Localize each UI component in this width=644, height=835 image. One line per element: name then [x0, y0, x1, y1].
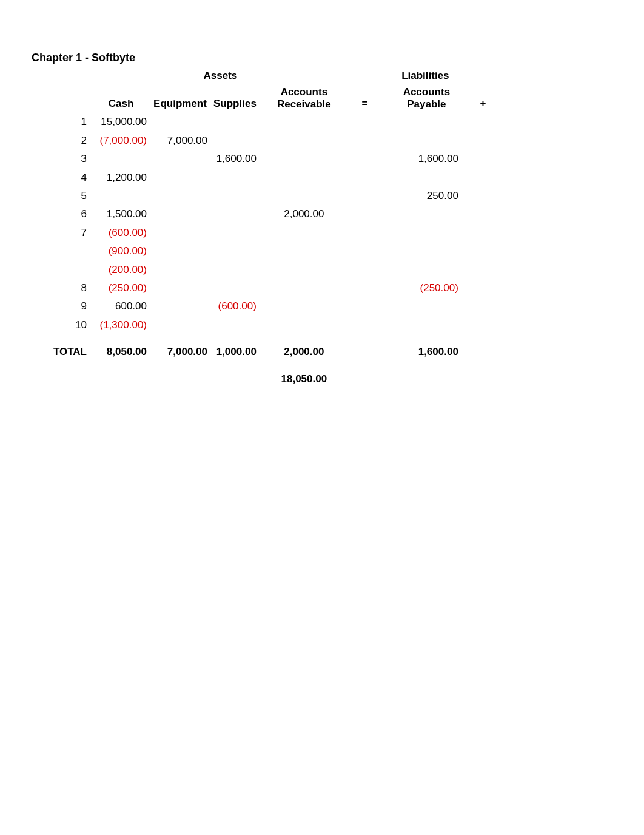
table-row: 2(7,000.00)7,000.00 — [29, 132, 497, 150]
row-number: 7 — [29, 224, 93, 242]
cell-plus — [469, 224, 497, 242]
cell-plus — [469, 261, 497, 279]
header-plus: + — [469, 83, 497, 113]
cell-accounts-receivable — [260, 261, 348, 279]
row-number: 2 — [29, 132, 93, 150]
table-row: 61,500.002,000.00 — [29, 205, 497, 223]
cell-cash: (1,300.00) — [93, 316, 150, 334]
cell-supplies — [211, 224, 260, 242]
total-accounts-receivable: 2,000.00 — [260, 343, 348, 361]
cell-equipment — [150, 169, 211, 187]
cell-accounts-payable: 1,600.00 — [381, 150, 469, 168]
cell-supplies — [211, 205, 260, 223]
table-row: 5250.00 — [29, 187, 497, 205]
table-row: (200.00) — [29, 261, 497, 279]
cell-accounts-receivable — [260, 187, 348, 205]
cell-accounts-payable — [381, 261, 469, 279]
table-row: 115,000.00 — [29, 113, 497, 131]
cell-supplies — [211, 279, 260, 297]
cell-supplies — [211, 187, 260, 205]
cell-cash: 15,000.00 — [93, 113, 150, 131]
cell-supplies — [211, 113, 260, 131]
table-row: (900.00) — [29, 242, 497, 260]
cell-plus — [469, 132, 497, 150]
cell-cash: (200.00) — [93, 261, 150, 279]
cell-supplies — [211, 132, 260, 150]
cell-plus — [469, 279, 497, 297]
document-page: Chapter 1 - Softbyte Assets Liabilities … — [0, 0, 644, 388]
row-number: 9 — [29, 297, 93, 316]
cell-equals — [348, 132, 381, 150]
cell-accounts-receivable — [260, 279, 348, 297]
cell-accounts-payable: 250.00 — [381, 187, 469, 205]
cell-cash: (250.00) — [93, 279, 150, 297]
cell-plus — [469, 113, 497, 131]
cell-accounts-payable — [381, 242, 469, 260]
grand-total-row: 18,050.00 — [29, 370, 497, 388]
cell-accounts-receivable — [260, 113, 348, 131]
cell-plus — [469, 187, 497, 205]
cell-equals — [348, 113, 381, 131]
cell-cash — [93, 187, 150, 205]
cell-equals — [348, 242, 381, 260]
row-number: 10 — [29, 316, 93, 334]
cell-accounts-payable — [381, 132, 469, 150]
cell-supplies — [211, 169, 260, 187]
liabilities-header: Liabilities — [381, 67, 469, 83]
cell-cash: (900.00) — [93, 242, 150, 260]
cell-supplies — [211, 261, 260, 279]
page-title: Chapter 1 - Softbyte — [32, 52, 615, 64]
totals-row: TOTAL 8,050.00 7,000.00 1,000.00 2,000.0… — [29, 343, 497, 361]
cell-plus — [469, 169, 497, 187]
cell-accounts-payable — [381, 316, 469, 334]
row-number: 5 — [29, 187, 93, 205]
cell-plus — [469, 316, 497, 334]
header-equipment: Equipment — [150, 83, 211, 113]
cell-equipment — [150, 279, 211, 297]
cell-accounts-receivable — [260, 242, 348, 260]
cell-supplies — [211, 316, 260, 334]
cell-plus — [469, 150, 497, 168]
cell-equals — [348, 187, 381, 205]
cell-equipment — [150, 261, 211, 279]
cell-equals — [348, 150, 381, 168]
cell-equipment — [150, 205, 211, 223]
cell-equals — [348, 169, 381, 187]
cell-plus — [469, 297, 497, 316]
table-row: 8(250.00)(250.00) — [29, 279, 497, 297]
cell-cash: (600.00) — [93, 224, 150, 242]
cell-plus — [469, 242, 497, 260]
cell-plus — [469, 205, 497, 223]
cell-accounts-payable — [381, 113, 469, 131]
header-accounts-payable: AccountsPayable — [381, 83, 469, 113]
cell-accounts-receivable — [260, 132, 348, 150]
cell-equipment — [150, 150, 211, 168]
total-cash: 8,050.00 — [93, 343, 150, 361]
row-number — [29, 261, 93, 279]
cell-accounts-payable — [381, 169, 469, 187]
cell-accounts-receivable — [260, 169, 348, 187]
cell-equals — [348, 224, 381, 242]
cell-supplies: (600.00) — [211, 297, 260, 316]
cell-equals — [348, 279, 381, 297]
table-row: 31,600.001,600.00 — [29, 150, 497, 168]
cell-equals — [348, 205, 381, 223]
cell-supplies: 1,600.00 — [211, 150, 260, 168]
cell-equipment: 7,000.00 — [150, 132, 211, 150]
cell-accounts-receivable: 2,000.00 — [260, 205, 348, 223]
cell-equipment — [150, 316, 211, 334]
total-label: TOTAL — [29, 343, 93, 361]
row-number: 8 — [29, 279, 93, 297]
header-supplies: Supplies — [211, 83, 260, 113]
row-number: 6 — [29, 205, 93, 223]
total-accounts-payable: 1,600.00 — [381, 343, 469, 361]
cell-accounts-receivable — [260, 224, 348, 242]
cell-accounts-receivable — [260, 297, 348, 316]
column-header-row: Cash Equipment Supplies AccountsReceivab… — [29, 83, 497, 113]
cell-accounts-payable — [381, 297, 469, 316]
cell-cash: (7,000.00) — [93, 132, 150, 150]
cell-equals — [348, 316, 381, 334]
total-equipment: 7,000.00 — [150, 343, 211, 361]
cell-accounts-payable: (250.00) — [381, 279, 469, 297]
table-row: 10(1,300.00) — [29, 316, 497, 334]
